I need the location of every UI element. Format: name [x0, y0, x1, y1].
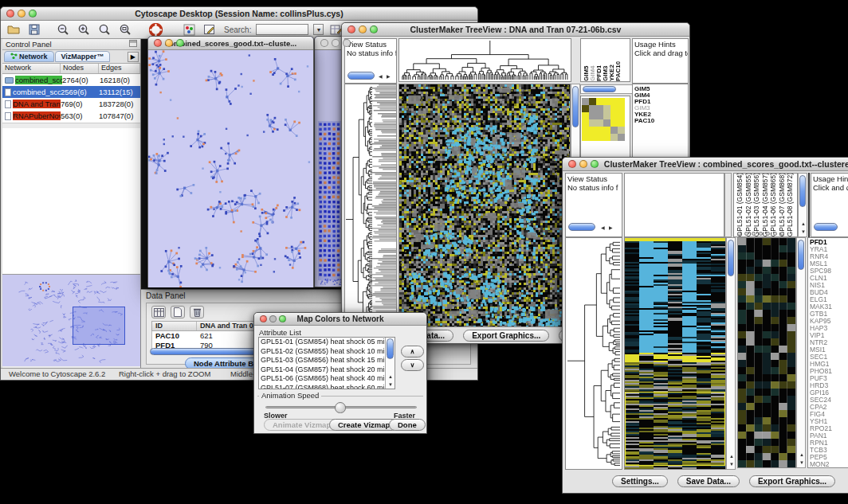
open-session-button[interactable]: [6, 22, 22, 37]
annotation-icon[interactable]: [202, 22, 218, 37]
tv2-zoom-heatmap[interactable]: [737, 237, 796, 468]
attribute-list[interactable]: GPL51-01 (GSM854) heat shock 05 minGPL51…: [258, 337, 395, 389]
attribute-list-item[interactable]: GPL51-06 (GSM865) heat shock 40 min: [259, 374, 395, 384]
tv2-gene-labels[interactable]: PFD1YRA1RNR4MSL1SPC98CLN1NIS1BUD4ELG1MAK…: [807, 237, 848, 468]
float-panel-icon[interactable]: [129, 40, 137, 49]
tab-overflow-arrow[interactable]: ▶: [128, 52, 139, 62]
attribute-list-item[interactable]: GPL51-02 (GSM855) heat shock 10 min: [259, 347, 395, 357]
help-lifering-icon[interactable]: [147, 22, 163, 37]
network-table-row[interactable]: combined_sco2569(6)13112(15): [2, 86, 140, 98]
move-down-button[interactable]: ∨: [401, 359, 424, 371]
column-label[interactable]: PFD1: [595, 65, 602, 81]
attribute-list-scrollbar[interactable]: ▲ ▼: [385, 338, 395, 389]
zoom-window-icon[interactable]: [29, 10, 37, 18]
column-label[interactable]: YKE2: [608, 64, 614, 81]
network-table-row[interactable]: DNA and Tran 07769(0)183728(0): [2, 98, 140, 110]
tv2-collabel-scrollbar[interactable]: ▲ ▼: [798, 173, 807, 237]
tv2-vscrollbar[interactable]: ▲ ▼: [726, 237, 736, 470]
zoom-in-icon[interactable]: [76, 22, 92, 37]
treeview-button[interactable]: Export Graphics...: [749, 475, 835, 487]
column-label[interactable]: GPL51-06 (GSM865): [769, 173, 778, 236]
window-controls[interactable]: [6, 10, 37, 18]
column-label[interactable]: PAC10: [614, 61, 621, 81]
tv2-heatmap[interactable]: [624, 237, 726, 470]
close-icon[interactable]: [260, 315, 267, 322]
column-label[interactable]: GPL51-02 (GSM855): [744, 173, 753, 236]
gene-label[interactable]: MON2: [810, 461, 848, 468]
attribute-list-item[interactable]: GPL51-07 (GSM868) heat shock 60 min: [259, 384, 395, 390]
scroll-right-icon[interactable]: ▶: [609, 225, 613, 231]
scroll-up-icon[interactable]: ▲: [729, 453, 734, 459]
zoom-window-icon[interactable]: [176, 39, 184, 47]
tv2-column-dendrogram[interactable]: [624, 173, 724, 237]
tab-network[interactable]: Network: [4, 51, 54, 62]
column-label[interactable]: GPL51-04 (GSM857): [761, 173, 770, 236]
attribute-list-item[interactable]: GPL51-04 (GSM857) heat shock 20 min: [259, 365, 395, 375]
zoom-window-icon[interactable]: [591, 160, 599, 168]
tv1-status-scrollbar[interactable]: [347, 72, 375, 80]
vizmapper-icon[interactable]: [181, 22, 197, 37]
scroll-down-icon[interactable]: ▼: [729, 461, 734, 467]
column-label[interactable]: GPL51-07 (GSM868): [778, 173, 787, 236]
zoom-window-icon[interactable]: [279, 315, 286, 322]
done-button[interactable]: Done: [389, 419, 426, 431]
tv1-column-dendrogram[interactable]: [398, 38, 571, 82]
minimize-icon[interactable]: [165, 39, 173, 47]
zoom-fit-icon[interactable]: [117, 22, 133, 37]
column-label[interactable]: GPL51-01 (GSM854): [736, 173, 744, 236]
close-icon[interactable]: [320, 39, 328, 47]
column-label[interactable]: GPL51-03 (GSM856): [752, 173, 761, 236]
close-icon[interactable]: [6, 10, 14, 18]
new-attribute-icon[interactable]: [171, 306, 185, 318]
close-icon[interactable]: [568, 160, 576, 168]
save-session-button[interactable]: [26, 22, 42, 37]
tv2-zoom-vscrollbar[interactable]: ▲ ▼: [796, 237, 806, 468]
tv2-column-labels[interactable]: GPL51-01 (GSM854)GPL51-02 (GSM855)GPL51-…: [733, 173, 798, 237]
treeview-button[interactable]: Settings...: [612, 475, 668, 487]
network-graph-canvas[interactable]: [148, 50, 313, 287]
zoom-window-icon[interactable]: [343, 39, 351, 47]
minimize-icon[interactable]: [359, 25, 367, 33]
scroll-up-icon[interactable]: ▲: [801, 221, 806, 227]
network-overview-canvas[interactable]: [2, 275, 139, 365]
treeview-button[interactable]: Export Graphics...: [463, 330, 549, 342]
column-label[interactable]: GIM4: [589, 65, 595, 81]
minimize-icon[interactable]: [579, 160, 587, 168]
attribute-list-item[interactable]: GPL51-03 (GSM856) heat shock 15 min: [259, 356, 395, 365]
animate-vizmap-button[interactable]: Animate Vizmap: [264, 419, 340, 431]
minimize-icon[interactable]: [332, 39, 340, 47]
close-icon[interactable]: [347, 25, 355, 33]
attribute-list-item[interactable]: GPL51-01 (GSM854) heat shock 05 min: [259, 338, 395, 347]
search-input[interactable]: [256, 24, 308, 35]
main-titlebar[interactable]: Cytoscape Desktop (Session Name: collins…: [1, 7, 477, 21]
network-overview-panel[interactable]: [2, 274, 140, 366]
tv1-row-dendrogram[interactable]: [344, 84, 397, 327]
animation-speed-slider[interactable]: [265, 406, 417, 408]
tv1-mini-heatmap[interactable]: [582, 98, 625, 141]
tab-vizmapper[interactable]: VizMapper™: [55, 51, 111, 62]
move-up-button[interactable]: ∧: [401, 346, 424, 357]
zoom-out-icon[interactable]: [55, 22, 71, 37]
zoom-window-icon[interactable]: [370, 25, 378, 33]
search-dropdown-icon[interactable]: ▼: [313, 24, 324, 35]
scroll-up-icon[interactable]: ▲: [388, 373, 393, 380]
slider-thumb[interactable]: [335, 402, 346, 413]
scroll-down-icon[interactable]: ▼: [799, 459, 804, 466]
scroll-down-icon[interactable]: ▼: [388, 381, 393, 388]
scroll-right-icon[interactable]: ▶: [387, 73, 391, 80]
network-table-row[interactable]: RNAPuberNov2+563(0)107847(0): [2, 110, 140, 122]
tv1-column-labels[interactable]: GIM5GIM4PFD1GIM3YKE2PAC10: [580, 38, 630, 82]
delete-attribute-trash-icon[interactable]: [190, 306, 204, 318]
tv2-hints-scrollbar[interactable]: [814, 223, 838, 231]
scroll-down-icon[interactable]: ▼: [801, 229, 806, 235]
minimize-icon[interactable]: [18, 10, 26, 18]
column-label[interactable]: GIM5: [583, 65, 589, 81]
treeview-button[interactable]: Save Data...: [677, 475, 740, 487]
column-label[interactable]: GPL51-08 (GSM872): [786, 173, 795, 236]
attribute-select-icon[interactable]: [151, 306, 166, 318]
scroll-left-icon[interactable]: ◀: [601, 225, 605, 231]
close-icon[interactable]: [154, 39, 162, 47]
zoom-selected-icon[interactable]: [96, 22, 112, 37]
tv2-dendro-scrollbar[interactable]: [724, 173, 732, 237]
minimize-icon[interactable]: [269, 315, 277, 322]
